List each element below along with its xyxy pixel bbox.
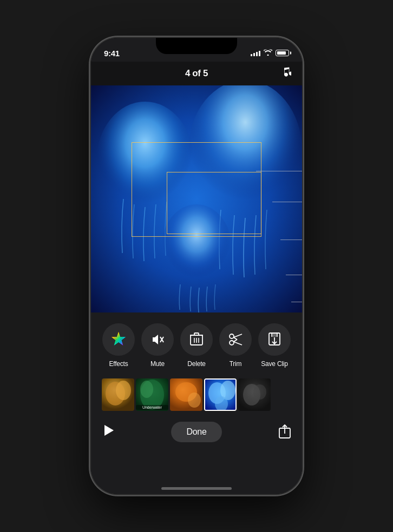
video-container xyxy=(91,85,302,312)
svg-point-3 xyxy=(161,204,232,291)
effects-star-icon xyxy=(111,332,126,347)
jellyfish-scene xyxy=(91,85,302,312)
svg-marker-41 xyxy=(104,425,114,436)
thumbnail-3[interactable] xyxy=(170,378,202,411)
phone-screen: 9:41 4 of 5 xyxy=(91,38,302,494)
svg-point-40 xyxy=(253,384,266,400)
phone-frame: 9:41 4 of 5 xyxy=(91,38,302,494)
status-time: 9:41 xyxy=(104,49,120,58)
bottom-controls: Done xyxy=(91,416,302,445)
thumbnail-2[interactable]: Underwater xyxy=(136,378,168,411)
svg-line-16 xyxy=(234,334,243,337)
play-button[interactable] xyxy=(102,424,115,440)
svg-line-19 xyxy=(234,340,238,342)
wifi-icon xyxy=(264,49,272,57)
svg-point-14 xyxy=(230,334,234,338)
save-clip-label: Save Clip xyxy=(261,360,288,368)
music-button[interactable] xyxy=(279,66,291,81)
status-icons xyxy=(251,49,289,57)
thumbnail-1[interactable] xyxy=(102,378,134,411)
mute-button-circle xyxy=(141,323,174,356)
svg-line-17 xyxy=(234,342,243,345)
action-buttons-row: Effects Mute xyxy=(91,312,302,373)
trim-label: Trim xyxy=(230,360,242,368)
svg-rect-24 xyxy=(272,333,277,337)
mute-icon xyxy=(150,332,165,347)
svg-point-37 xyxy=(215,396,228,411)
trim-button[interactable]: Trim xyxy=(219,323,252,368)
svg-point-2 xyxy=(188,85,302,221)
trash-icon xyxy=(190,332,203,347)
mute-label: Mute xyxy=(150,360,165,368)
play-icon xyxy=(102,424,115,437)
save-clip-button[interactable]: Save Clip xyxy=(258,323,291,368)
signal-bar-1 xyxy=(251,54,252,56)
delete-label: Delete xyxy=(187,360,206,368)
scissors-icon xyxy=(228,332,243,347)
mute-button[interactable]: Mute xyxy=(141,323,174,368)
signal-bar-3 xyxy=(256,52,258,56)
annotation-line-5 xyxy=(291,302,302,302)
thumbnail-2-label: Underwater xyxy=(136,405,168,410)
annotation-line-3 xyxy=(280,240,302,240)
signal-bar-2 xyxy=(253,53,255,56)
svg-point-27 xyxy=(116,381,131,400)
notch xyxy=(156,38,237,54)
annotation-line-1 xyxy=(256,171,302,171)
done-button[interactable]: Done xyxy=(171,422,221,442)
svg-point-33 xyxy=(188,393,201,408)
svg-point-15 xyxy=(230,341,234,345)
share-icon xyxy=(278,424,291,439)
save-clip-button-circle xyxy=(258,323,291,356)
annotation-line-4 xyxy=(286,275,302,275)
svg-point-30 xyxy=(140,381,153,398)
delete-button[interactable]: Delete xyxy=(180,323,213,368)
annotation-line-2 xyxy=(272,202,302,202)
nav-header: 4 of 5 xyxy=(91,62,302,85)
controls-area: Effects Mute xyxy=(91,312,302,494)
thumbnail-5[interactable] xyxy=(238,378,271,411)
effects-button[interactable]: Effects xyxy=(102,323,135,368)
signal-bar-4 xyxy=(259,51,260,56)
video-background xyxy=(91,85,302,312)
effects-label: Effects xyxy=(109,360,128,368)
signal-icon xyxy=(251,50,260,56)
svg-point-1 xyxy=(96,102,194,221)
page-title: 4 of 5 xyxy=(185,68,208,79)
effects-button-circle xyxy=(102,323,135,356)
delete-button-circle xyxy=(180,323,213,356)
save-icon xyxy=(268,332,281,347)
trim-button-circle xyxy=(219,323,252,356)
thumbnail-4-active[interactable] xyxy=(204,378,237,411)
thumbnail-strip: Underwater xyxy=(91,373,302,416)
home-indicator xyxy=(161,487,232,490)
share-button[interactable] xyxy=(278,424,291,441)
svg-line-18 xyxy=(234,337,238,340)
battery-fill xyxy=(277,51,286,55)
battery-icon xyxy=(276,50,289,56)
